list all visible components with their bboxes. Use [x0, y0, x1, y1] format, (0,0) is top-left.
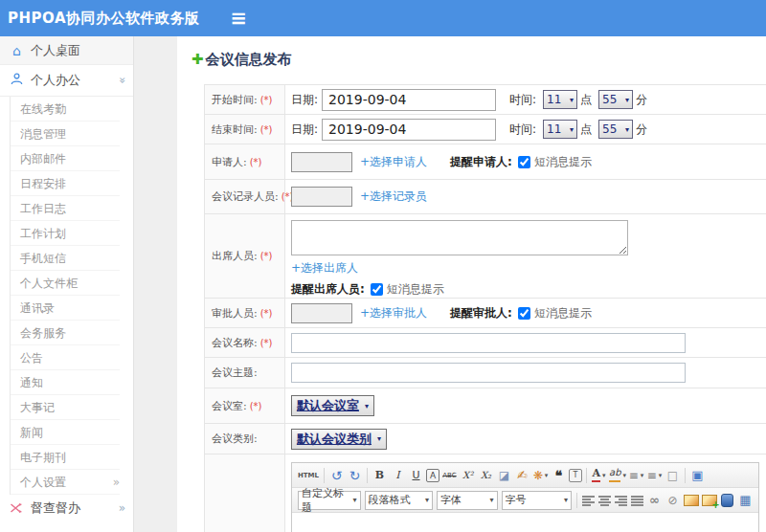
attendees-sms-checkbox[interactable]: [371, 283, 383, 296]
hamburger-menu-icon[interactable]: ≡: [231, 9, 248, 29]
caret-down-icon: ▾: [545, 472, 549, 479]
sidebar-item-work-log[interactable]: 工作日志: [11, 196, 120, 221]
insert-table-button[interactable]: ▦: [737, 491, 754, 510]
fullscreen-button[interactable]: ▣: [689, 466, 706, 485]
select-approver-link[interactable]: +选择审批人: [360, 305, 427, 321]
sidebar-item-label: 个人办公: [31, 72, 80, 89]
italic-button[interactable]: I: [390, 466, 406, 485]
align-justify-button[interactable]: [631, 495, 643, 506]
sidebar-item-memorabilia[interactable]: 大事记: [11, 395, 120, 420]
meeting-category-select[interactable]: 默认会议类别 ▾: [291, 429, 387, 450]
shuffle-icon: [9, 500, 25, 516]
sidebar-item-personal-office[interactable]: 个人办公 »: [0, 65, 133, 97]
caret-down-icon: ▾: [570, 125, 574, 134]
underline-button[interactable]: U: [408, 466, 424, 485]
time-label: 时间:: [509, 92, 536, 108]
format-painter-button[interactable]: ❋▾: [532, 466, 549, 485]
paragraph-format-select[interactable]: 段落格式▾: [365, 491, 433, 510]
form-row-attendees: 出席人员: (*) +选择出席人 提醒出席人员: 短消息提示: [205, 214, 766, 299]
form-row-recorder: 会议记录人员: (*) +选择记录员: [205, 180, 766, 214]
font-family-select[interactable]: 字体▾: [437, 491, 498, 510]
undo-button[interactable]: ↺: [328, 466, 345, 485]
page-title-text: 会议信息发布: [206, 51, 292, 69]
chevron-right-icon: »: [113, 470, 120, 495]
meeting-topic-input[interactable]: [291, 363, 686, 383]
caret-down-icon: ▾: [641, 472, 644, 479]
approver-input[interactable]: [291, 303, 352, 323]
remove-link-button[interactable]: ⊘: [665, 491, 681, 510]
sidebar-item-mobile-sms[interactable]: 手机短信: [11, 246, 120, 271]
sidebar-item-personal-settings[interactable]: 个人设置 »: [11, 470, 120, 495]
sidebar-item-work-plan[interactable]: 工作计划: [11, 221, 120, 246]
start-hour-select[interactable]: 11▾: [543, 90, 577, 109]
caret-down-icon: ▾: [353, 496, 357, 504]
meeting-form: 开始时间: (*) 日期: 时间: 11▾ 点 55▾ 分 结束时间: (*) …: [204, 84, 766, 532]
html-source-button[interactable]: HTML: [297, 466, 320, 485]
sidebar-item-notices[interactable]: 通知: [11, 370, 120, 395]
editor-content-area[interactable]: [292, 513, 758, 532]
attendees-textarea[interactable]: [291, 220, 628, 255]
upload-image-button[interactable]: [701, 491, 717, 510]
start-date-input[interactable]: [322, 89, 496, 111]
strikethrough-button[interactable]: ABC: [441, 466, 458, 485]
end-date-input[interactable]: [322, 119, 496, 141]
sidebar-item-internal-mail[interactable]: 内部邮件: [11, 146, 120, 171]
required-mark: (*): [250, 157, 262, 167]
ordered-list-button[interactable]: ≡▾: [628, 466, 644, 485]
font-size-select[interactable]: 字号▾: [502, 491, 572, 510]
select-attendees-link[interactable]: +选择出席人: [291, 260, 358, 277]
applicant-input[interactable]: [291, 152, 352, 172]
align-center-button[interactable]: [598, 495, 611, 506]
font-color-button[interactable]: A▾: [591, 466, 607, 485]
required-mark: (*): [260, 251, 273, 261]
unordered-list-button[interactable]: ≡▾: [646, 466, 663, 485]
insert-image-button[interactable]: [683, 491, 699, 510]
blockquote-button[interactable]: ❝: [551, 466, 567, 485]
sidebar-item-desktop[interactable]: ⌂ 个人桌面: [0, 36, 133, 65]
sidebar-item-news[interactable]: 新闻: [11, 420, 120, 445]
rich-text-editor: HTML ↺ ↻ B I U A ABC X² X₂ ◪ ✍: [291, 462, 759, 532]
sidebar-item-supervision[interactable]: 督查督办 »: [0, 495, 133, 521]
align-right-button[interactable]: [615, 495, 627, 506]
insert-link-button[interactable]: ∞: [646, 491, 663, 510]
superscript-button[interactable]: X²: [460, 466, 476, 485]
paste-text-button[interactable]: T: [569, 469, 582, 482]
redo-button[interactable]: ↻: [347, 466, 363, 485]
sidebar-item-contacts[interactable]: 通讯录: [11, 296, 120, 321]
caret-down-icon: ▾: [625, 125, 629, 134]
select-recorder-link[interactable]: +选择记录员: [360, 188, 427, 205]
eraser-button[interactable]: ◪: [496, 466, 512, 485]
recorder-input[interactable]: [291, 187, 352, 207]
sidebar-item-attendance[interactable]: 在线考勤: [11, 97, 120, 122]
clean-format-button[interactable]: ✍: [514, 466, 530, 485]
sidebar-item-announcements[interactable]: 公告: [11, 345, 120, 370]
field-label: 审批人员:: [212, 306, 258, 321]
required-mark: (*): [260, 338, 273, 348]
font-border-button[interactable]: A: [426, 469, 439, 482]
sidebar-item-e-journal[interactable]: 电子期刊: [11, 445, 120, 470]
bold-button[interactable]: B: [372, 466, 388, 485]
insert-media-button[interactable]: [719, 491, 735, 510]
sidebar-item-meeting-service[interactable]: 会务服务: [11, 321, 120, 345]
align-left-button[interactable]: [582, 495, 595, 506]
sidebar-item-messages[interactable]: 消息管理: [11, 122, 120, 146]
applicant-sms-checkbox[interactable]: [518, 156, 530, 168]
sidebar-item-schedule[interactable]: 日程安排: [11, 171, 120, 196]
start-minute-select[interactable]: 55▾: [598, 90, 633, 109]
new-page-button[interactable]: □: [665, 466, 681, 485]
end-hour-select[interactable]: 11▾: [543, 120, 577, 139]
heading-select[interactable]: 自定义标题▾: [298, 491, 361, 510]
remind-approver-label: 提醒审批人:: [450, 305, 512, 321]
end-minute-select[interactable]: 55▾: [598, 120, 633, 139]
subscript-button[interactable]: X₂: [478, 466, 494, 485]
meeting-name-input[interactable]: [291, 333, 686, 353]
caret-down-icon: ▾: [365, 402, 369, 410]
approver-sms-checkbox[interactable]: [518, 307, 530, 320]
editor-toolbar-row-2: 自定义标题▾ 段落格式▾ 字体▾ 字号▾ ∞ ⊘: [292, 488, 758, 513]
sidebar-item-personal-files[interactable]: 个人文件柜: [11, 271, 120, 296]
meeting-room-select[interactable]: 默认会议室 ▾: [291, 395, 374, 416]
field-label: 结束时间:: [212, 122, 258, 137]
select-applicant-link[interactable]: +选择申请人: [360, 154, 427, 170]
highlight-color-button[interactable]: ab▾: [609, 466, 626, 485]
hour-unit-label: 点: [580, 122, 592, 138]
